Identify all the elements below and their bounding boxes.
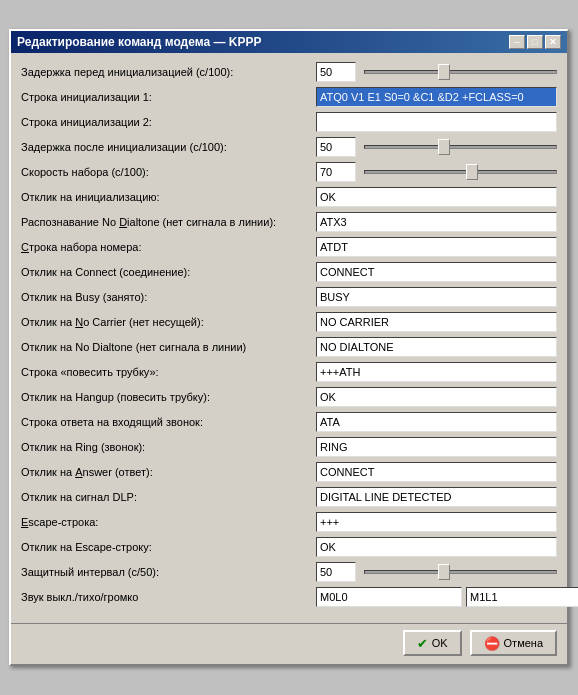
label-init-string-1: Строка инициализации 1: <box>21 91 316 103</box>
ok-icon: ✔ <box>417 636 428 651</box>
label-busy-response: Отклик на Busy (занято): <box>21 291 316 303</box>
input-init-response[interactable] <box>316 187 557 207</box>
input-answer-response[interactable] <box>316 462 557 482</box>
input-answer-string[interactable] <box>316 412 557 432</box>
slider-delay-init[interactable] <box>364 70 557 74</box>
label-no-dialtone-response: Отклик на No Dialtone (нет сигнала в лин… <box>21 341 316 353</box>
label-guard-interval: Защитный интервал (с/50): <box>21 566 316 578</box>
label-answer-response: Отклик на Answer (ответ): <box>21 466 316 478</box>
main-window: Редактирование команд модема — KPPP ─ □ … <box>9 29 569 666</box>
slider-thumb-delay-after-init[interactable] <box>438 139 450 155</box>
close-button[interactable]: ✕ <box>545 35 561 49</box>
label-connect-response: Отклик на Connect (соединение): <box>21 266 316 278</box>
slider-row-delay-init <box>316 62 557 82</box>
cancel-label: Отмена <box>504 637 543 649</box>
slider-row-delay-after-init <box>316 137 557 157</box>
slider-delay-after-init[interactable] <box>364 145 557 149</box>
input-busy-response[interactable] <box>316 287 557 307</box>
label-init-string-2: Строка инициализации 2: <box>21 116 316 128</box>
row-busy-response: Отклик на Busy (занято): <box>21 286 557 308</box>
row-no-dialtone-detect: Распознавание No Dialtone (нет сигнала в… <box>21 211 557 233</box>
row-connect-response: Отклик на Connect (соединение): <box>21 261 557 283</box>
footer: ✔ OK ⛔ Отмена <box>11 623 567 664</box>
slider-thumb-dial-speed[interactable] <box>466 164 478 180</box>
row-hangup-string: Строка «повесить трубку»: <box>21 361 557 383</box>
row-escape-string: Escape-строка: <box>21 511 557 533</box>
cancel-button[interactable]: ⛔ Отмена <box>470 630 557 656</box>
slider-row-guard-interval <box>316 562 557 582</box>
slider-thumb-delay-init[interactable] <box>438 64 450 80</box>
row-ring-response: Отклик на Ring (звонок): <box>21 436 557 458</box>
label-escape-string: Escape-строка: <box>21 516 316 528</box>
titlebar: Редактирование команд модема — KPPP ─ □ … <box>11 31 567 53</box>
cancel-icon: ⛔ <box>484 636 500 651</box>
input-dial-speed[interactable] <box>316 162 356 182</box>
form-content: Задержка перед инициализацией (с/100): С… <box>11 53 567 619</box>
input-delay-init[interactable] <box>316 62 356 82</box>
row-guard-interval: Защитный интервал (с/50): <box>21 561 557 583</box>
input-escape-response[interactable] <box>316 537 557 557</box>
input-dlp-response[interactable] <box>316 487 557 507</box>
label-init-response: Отклик на инициализацию: <box>21 191 316 203</box>
label-dlp-response: Отклик на сигнал DLP: <box>21 491 316 503</box>
row-no-carrier-response: Отклик на No Carrier (нет несущей): <box>21 311 557 333</box>
label-escape-response: Отклик на Escape-строку: <box>21 541 316 553</box>
label-delay-after-init: Задержка после инициализации (с/100): <box>21 141 316 153</box>
row-init-string-2: Строка инициализации 2: <box>21 111 557 133</box>
row-escape-response: Отклик на Escape-строку: <box>21 536 557 558</box>
slider-dial-speed[interactable] <box>364 170 557 174</box>
row-dial-speed: Скорость набора (с/100): <box>21 161 557 183</box>
label-no-carrier-response: Отклик на No Carrier (нет несущей): <box>21 316 316 328</box>
slider-thumb-guard-interval[interactable] <box>438 564 450 580</box>
input-init-string-1[interactable] <box>316 87 557 107</box>
maximize-button[interactable]: □ <box>527 35 543 49</box>
input-guard-interval[interactable] <box>316 562 356 582</box>
slider-row-dial-speed <box>316 162 557 182</box>
slider-guard-interval[interactable] <box>364 570 557 574</box>
row-dial-string: Строка набора номера: <box>21 236 557 258</box>
row-answer-string: Строка ответа на входящий звонок: <box>21 411 557 433</box>
input-no-carrier-response[interactable] <box>316 312 557 332</box>
label-answer-string: Строка ответа на входящий звонок: <box>21 416 316 428</box>
input-hangup-response[interactable] <box>316 387 557 407</box>
input-hangup-string[interactable] <box>316 362 557 382</box>
window-title: Редактирование команд модема — KPPP <box>17 35 262 49</box>
row-answer-response: Отклик на Answer (ответ): <box>21 461 557 483</box>
input-volume-off[interactable] <box>316 587 462 607</box>
input-no-dialtone-response[interactable] <box>316 337 557 357</box>
label-ring-response: Отклик на Ring (звонок): <box>21 441 316 453</box>
row-volume: Звук выкл./тихо/громко <box>21 586 557 608</box>
row-init-string-1: Строка инициализации 1: <box>21 86 557 108</box>
triple-volume <box>316 587 578 607</box>
input-dial-string[interactable] <box>316 237 557 257</box>
input-ring-response[interactable] <box>316 437 557 457</box>
row-delay-after-init: Задержка после инициализации (с/100): <box>21 136 557 158</box>
input-delay-after-init[interactable] <box>316 137 356 157</box>
row-no-dialtone-response: Отклик на No Dialtone (нет сигнала в лин… <box>21 336 557 358</box>
label-hangup-response: Отклик на Hangup (повесить трубку): <box>21 391 316 403</box>
row-init-response: Отклик на инициализацию: <box>21 186 557 208</box>
input-volume-quiet[interactable] <box>466 587 578 607</box>
label-delay-init: Задержка перед инициализацией (с/100): <box>21 66 316 78</box>
label-dial-string: Строка набора номера: <box>21 241 316 253</box>
label-hangup-string: Строка «повесить трубку»: <box>21 366 316 378</box>
titlebar-buttons: ─ □ ✕ <box>509 35 561 49</box>
input-escape-string[interactable] <box>316 512 557 532</box>
row-delay-init: Задержка перед инициализацией (с/100): <box>21 61 557 83</box>
minimize-button[interactable]: ─ <box>509 35 525 49</box>
label-no-dialtone-detect: Распознавание No Dialtone (нет сигнала в… <box>21 216 316 228</box>
input-connect-response[interactable] <box>316 262 557 282</box>
ok-label: OK <box>432 637 448 649</box>
label-dial-speed: Скорость набора (с/100): <box>21 166 316 178</box>
input-init-string-2[interactable] <box>316 112 557 132</box>
input-no-dialtone-detect[interactable] <box>316 212 557 232</box>
row-hangup-response: Отклик на Hangup (повесить трубку): <box>21 386 557 408</box>
row-dlp-response: Отклик на сигнал DLP: <box>21 486 557 508</box>
label-volume: Звук выкл./тихо/громко <box>21 591 316 603</box>
ok-button[interactable]: ✔ OK <box>403 630 462 656</box>
